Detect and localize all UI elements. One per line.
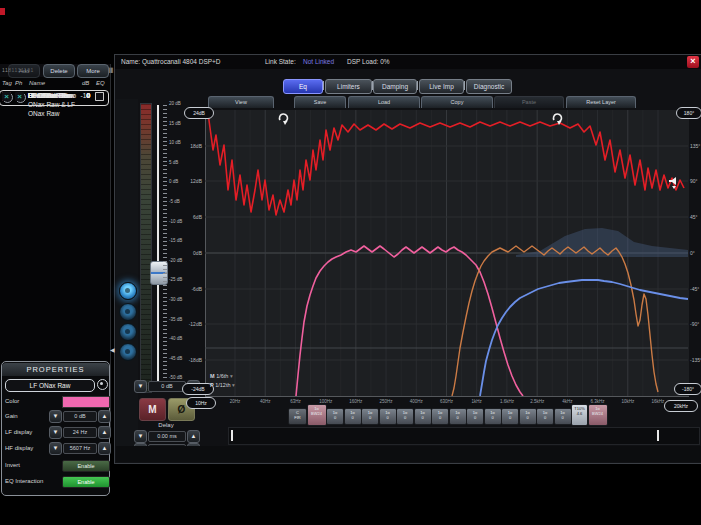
toolbar-load-button[interactable]: Load — [348, 96, 420, 108]
tab-limiters[interactable]: Limiters — [325, 79, 372, 94]
color-swatch[interactable] — [62, 396, 110, 408]
tab-damping[interactable]: Damping — [373, 79, 417, 94]
tab-eq[interactable]: Eq — [283, 79, 323, 94]
eq-band-button[interactable]: 1o0 — [466, 408, 484, 425]
toolbar-view-button[interactable]: View — [208, 96, 274, 108]
fader-ticks — [163, 105, 167, 389]
list-item[interactable]: ××SUB ONax Raw0 — [0, 91, 108, 105]
fader-scale-label: -10 dB — [169, 219, 182, 224]
toolbar-paste-button[interactable]: Paste — [494, 96, 564, 108]
eq-band-button[interactable]: 1o0 — [484, 408, 502, 425]
eq-band-button[interactable]: 1o0 — [414, 408, 432, 425]
property-value[interactable]: 0 dB — [63, 411, 97, 422]
source-name: SUB ONax Raw — [28, 92, 78, 101]
eq-band-button[interactable]: 1o0 — [379, 408, 397, 425]
eq-band-button[interactable]: CFIR — [288, 408, 307, 425]
layer-button-3[interactable] — [119, 323, 137, 341]
property-row: HF display▼5607 Hz▲ — [5, 442, 107, 455]
source-gain-db: 0 — [74, 92, 90, 99]
property-value[interactable]: 24 Hz — [63, 427, 97, 438]
tab-bar: EqLimitersDampingLive ImpDiagnostic — [115, 79, 701, 95]
fader-scale-label: -45 dB — [169, 356, 182, 361]
eq-band-button[interactable]: 1oBW24 — [307, 404, 327, 426]
eq-band-button[interactable]: 1o0 — [554, 408, 572, 425]
eq-checkbox[interactable] — [95, 92, 104, 101]
graph-scrollbar[interactable] — [228, 427, 700, 445]
col-name: Name — [29, 80, 45, 86]
spinner-up-icon[interactable]: ▲ — [187, 430, 200, 443]
fader-scale-label: -30 dB — [169, 297, 182, 302]
tab-diagnostic[interactable]: Diagnostic — [466, 79, 512, 94]
speaker-icon[interactable] — [668, 176, 680, 194]
spinner-down-icon[interactable]: ▼ — [49, 426, 62, 439]
eq-band-button[interactable]: 1o0 — [431, 408, 449, 425]
spinner-up-icon[interactable]: ▲ — [98, 426, 111, 439]
eq-band-button[interactable]: 1o0 — [344, 408, 362, 425]
phase-range-bottom-pill: -180° — [674, 383, 701, 395]
scroll-handle-right[interactable] — [657, 430, 659, 441]
property-spinner: ▼5607 Hz▲ — [49, 442, 111, 455]
collapse-arrow-icon[interactable]: ◀ — [110, 346, 115, 353]
fader-track[interactable] — [157, 105, 159, 389]
tab-separator — [323, 81, 324, 90]
window-bottom-strip — [116, 446, 701, 462]
shelf-handle-icon[interactable] — [551, 111, 564, 124]
toolbar-reset-layer-button[interactable]: Reset Layer — [566, 96, 636, 108]
scroll-handle-left[interactable] — [231, 430, 233, 441]
fader-scale-label: -35 dB — [169, 317, 182, 322]
smoothing-settings[interactable]: M 1/6th ▾P 1/12th ▾ — [210, 372, 235, 391]
layer-button-4[interactable] — [119, 343, 137, 361]
tab-separator — [417, 81, 418, 90]
tab-live-imp[interactable]: Live Imp — [419, 79, 464, 94]
eq-band-button[interactable]: 1o0 — [519, 408, 537, 425]
phase-smoothing[interactable]: P 1/12th ▾ — [210, 381, 235, 390]
col-db: dB — [82, 80, 89, 86]
layer-rail: ◀ — [116, 99, 138, 461]
gain-value[interactable]: 0 dB — [148, 381, 186, 392]
eq-band-button[interactable]: 1o0 — [396, 408, 414, 425]
property-row: EQ InteractionEnable — [5, 475, 107, 488]
property-label: Invert — [5, 462, 20, 468]
toolbar-save-button[interactable]: Save — [294, 96, 346, 108]
delay-fine-spinner: ▼ 0.00 ms ▲ — [134, 430, 200, 443]
edge-marker-top — [0, 8, 5, 15]
spinner-up-icon[interactable]: ▲ — [98, 410, 111, 423]
add-button[interactable]: Add — [8, 64, 40, 78]
spinner-up-icon[interactable]: ▲ — [98, 442, 111, 455]
property-label: Gain — [5, 413, 18, 419]
enable-button[interactable]: Enable — [62, 476, 110, 488]
toolbar-copy-button[interactable]: Copy — [421, 96, 493, 108]
fader-scale-label: 0 dB — [169, 179, 178, 184]
spinner-down-icon[interactable]: ▼ — [49, 442, 62, 455]
tag-icon[interactable]: × — [2, 92, 11, 101]
enable-button[interactable]: Enable — [62, 460, 110, 472]
link-state: Not Linked — [303, 58, 334, 65]
ph-icon[interactable]: × — [15, 92, 24, 101]
property-label: HF display — [5, 445, 33, 451]
mute-button[interactable]: M — [139, 398, 166, 421]
eq-band-button[interactable]: 1o0 — [501, 408, 519, 425]
fader-scale-label: -15 dB — [169, 238, 182, 243]
layer-button-2[interactable] — [119, 303, 137, 321]
eq-band-button[interactable]: 1o0 — [449, 408, 467, 425]
delay-fine-value[interactable]: 0.00 ms — [148, 431, 186, 442]
fader-scale-label: -5 dB — [169, 199, 180, 204]
mag-smoothing[interactable]: M 1/6th ▾ — [210, 372, 235, 381]
layer-button-1[interactable] — [119, 282, 137, 300]
eq-band-button[interactable]: 1oBW24 — [588, 404, 608, 426]
property-value[interactable]: 5607 Hz — [63, 443, 97, 454]
spinner-down-icon[interactable]: ▼ — [134, 430, 147, 443]
spinner-down-icon[interactable]: ▼ — [134, 380, 147, 393]
properties-name-field[interactable]: LF ONax Raw — [5, 379, 95, 392]
spinner-down-icon[interactable]: ▼ — [49, 410, 62, 423]
eq-band-button[interactable]: 1o0 — [536, 408, 554, 425]
delay-label: Delay — [139, 422, 193, 428]
more-button[interactable]: More — [77, 64, 109, 78]
eq-band-button[interactable]: 1o0 — [326, 408, 344, 425]
target-icon[interactable] — [97, 379, 108, 390]
delete-button[interactable]: Delete — [43, 64, 75, 78]
eq-band-button[interactable]: T10%4.6 — [571, 404, 588, 426]
eq-band-button[interactable]: 1o0 — [361, 408, 379, 425]
shelf-handle-icon[interactable] — [277, 111, 290, 124]
close-icon[interactable]: × — [687, 56, 699, 68]
